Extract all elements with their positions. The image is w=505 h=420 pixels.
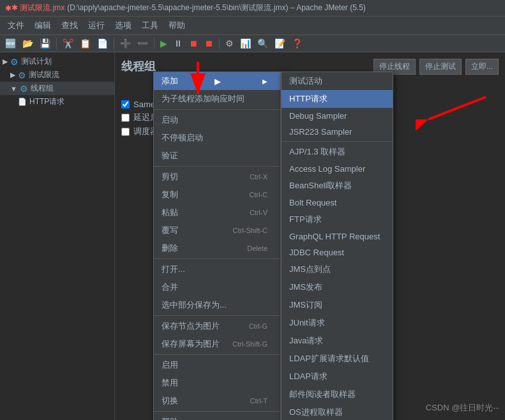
menu-options[interactable]: 选项 bbox=[110, 18, 137, 33]
toolbar-remove[interactable]: ➖ bbox=[135, 37, 151, 50]
toolbar-open[interactable]: 📂 bbox=[20, 37, 36, 50]
right-panel: 线程组 停止线程 停止测试 立即... Same user 延迟启动... 调度… bbox=[115, 52, 505, 420]
toolbar-sep4 bbox=[219, 38, 220, 49]
toolbar-paste[interactable]: 📄 bbox=[94, 37, 110, 50]
tree-label-test-plan: 测试计划 bbox=[21, 56, 52, 67]
menu-disable[interactable]: 禁用 bbox=[154, 374, 280, 392]
gear-icon: ⚙ bbox=[10, 57, 19, 67]
menu-sampler-jdbc[interactable]: JDBC Request bbox=[282, 244, 393, 260]
toolbar-add[interactable]: ➕ bbox=[117, 37, 133, 50]
menu-file[interactable]: 文件 bbox=[3, 18, 29, 33]
delete-shortcut: Delete bbox=[247, 244, 268, 252]
tree-item-thread-group[interactable]: ▼ ⚙ 线程组 bbox=[0, 82, 114, 95]
menu-sampler-jms-sub[interactable]: JMS订阅 bbox=[282, 296, 393, 314]
menu-toggle[interactable]: 切换 Ctrl-T bbox=[154, 392, 280, 410]
toolbar-sep3 bbox=[154, 38, 155, 49]
tree-item-test-plan[interactable]: ▶ ⚙ 测试计划 bbox=[0, 55, 114, 68]
title-path: (D:\apply\apache-jmeter-5.5\apache-jmete… bbox=[67, 3, 366, 13]
menu-delete[interactable]: 删除 Delete bbox=[154, 239, 280, 257]
menu-find[interactable]: 查找 bbox=[56, 18, 83, 33]
title-icon: ✱ bbox=[5, 4, 11, 13]
sep2 bbox=[154, 166, 280, 167]
watermark: CSDN @往日时光-- bbox=[426, 402, 499, 414]
menu-copy[interactable]: 复制 Ctrl-C bbox=[154, 186, 280, 204]
main-area: ▶ ⚙ 测试计划 ▶ ⚙ 测试限流 ▼ ⚙ 线程组 📄 HTTP请求 线程组 停… bbox=[0, 52, 505, 420]
tree-item-http[interactable]: 📄 HTTP请求 bbox=[0, 95, 114, 109]
menu-paste[interactable]: 粘贴 Ctrl-V bbox=[154, 204, 280, 221]
menu-sampler-test-action[interactable]: 测试活动 bbox=[282, 72, 393, 90]
menu-save-node-img[interactable]: 保存节点为图片 Ctrl-G bbox=[154, 317, 280, 335]
toolbar-stop[interactable]: ⏹ bbox=[186, 37, 200, 50]
menu-save-selected[interactable]: 选中部分保存为... bbox=[154, 296, 280, 314]
overwrite-shortcut: Ctrl-Shift-C bbox=[233, 227, 268, 234]
menu-save-screen-img[interactable]: 保存屏幕为图片 Ctrl-Shift-G bbox=[154, 335, 280, 353]
toggle-shortcut: Ctrl-T bbox=[250, 397, 268, 405]
stop-test-btn[interactable]: 停止测试 bbox=[419, 59, 462, 75]
menu-sampler-os[interactable]: OS进程取样器 bbox=[282, 403, 393, 420]
menu-open[interactable]: 打开... bbox=[154, 260, 280, 278]
toolbar-settings[interactable]: ⚙ bbox=[223, 37, 236, 50]
toolbar-sep2 bbox=[114, 38, 114, 49]
scheduler-check[interactable] bbox=[121, 128, 130, 136]
gear-icon2: ⚙ bbox=[18, 70, 26, 80]
same-user-check[interactable] bbox=[121, 100, 130, 109]
toolbar: 🆕 📂 💾 ✂️ 📋 📄 ➕ ➖ ▶ ⏸ ⏹ ⏹ ⚙ 📊 🔍 📝 ❓ bbox=[0, 35, 505, 52]
menu-add[interactable]: 添加 ▶ bbox=[154, 72, 280, 90]
menu-help[interactable]: 帮助 bbox=[154, 413, 280, 420]
menu-merge[interactable]: 合并 bbox=[154, 278, 280, 296]
sep-lvl2-1 bbox=[282, 141, 393, 142]
toolbar-help[interactable]: ❓ bbox=[289, 37, 305, 50]
toolbar-new[interactable]: 🆕 bbox=[3, 37, 19, 50]
menu-sampler-jsr223[interactable]: JSR223 Sampler bbox=[282, 124, 393, 140]
menu-sampler-beanshell[interactable]: BeanShell取样器 bbox=[282, 177, 393, 195]
menu-start[interactable]: 启动 bbox=[154, 111, 280, 129]
menu-sampler-java[interactable]: Java请求 bbox=[282, 332, 393, 350]
gear-icon3: ⚙ bbox=[20, 84, 28, 94]
toolbar-chart[interactable]: 📊 bbox=[237, 37, 253, 50]
save-node-shortcut: Ctrl-G bbox=[249, 322, 268, 330]
toolbar-pause[interactable]: ⏸ bbox=[171, 37, 185, 50]
sep1 bbox=[154, 109, 280, 110]
tree-label-thread-group: 线程组 bbox=[31, 83, 54, 94]
menu-sampler-ldap-ext[interactable]: LDAP扩展请求默认值 bbox=[282, 350, 393, 368]
menu-tools[interactable]: 工具 bbox=[137, 18, 163, 33]
menu-sampler-bolt[interactable]: Bolt Request bbox=[282, 195, 393, 211]
menu-help[interactable]: 帮助 bbox=[163, 18, 190, 33]
menu-sampler-jms-pub[interactable]: JMS发布 bbox=[282, 278, 393, 296]
menu-start-nopause[interactable]: 不停顿启动 bbox=[154, 129, 280, 147]
menu-sampler-ftp[interactable]: FTP请求 bbox=[282, 211, 393, 229]
stop-immediate-btn[interactable]: 立即... bbox=[465, 59, 499, 75]
menu-bar: 文件 编辑 查找 运行 选项 工具 帮助 bbox=[0, 17, 505, 35]
menu-cut[interactable]: 剪切 Ctrl-X bbox=[154, 168, 280, 186]
left-panel: ▶ ⚙ 测试计划 ▶ ⚙ 测试限流 ▼ ⚙ 线程组 📄 HTTP请求 bbox=[0, 52, 115, 420]
menu-sampler-jms-p2p[interactable]: JMS点到点 bbox=[282, 260, 393, 278]
toolbar-cut[interactable]: ✂️ bbox=[60, 37, 76, 50]
toolbar-copy[interactable]: 📋 bbox=[77, 37, 93, 50]
menu-edit[interactable]: 编辑 bbox=[29, 18, 56, 33]
menu-sampler-debug[interactable]: Debug Sampler bbox=[282, 108, 393, 124]
menu-add-timer[interactable]: 为子线程添加响应时间 bbox=[154, 90, 280, 108]
toolbar-save[interactable]: 💾 bbox=[37, 37, 53, 50]
menu-sampler-junit[interactable]: JUnit请求 bbox=[282, 314, 393, 332]
menu-overwrite[interactable]: 覆写 Ctrl-Shift-C bbox=[154, 221, 280, 239]
menu-validate[interactable]: 验证 bbox=[154, 147, 280, 165]
toolbar-log[interactable]: 📝 bbox=[272, 37, 288, 50]
toolbar-run[interactable]: ▶ bbox=[158, 37, 170, 50]
toolbar-search[interactable]: 🔍 bbox=[255, 37, 271, 50]
menu-sampler-http[interactable]: HTTP请求 bbox=[282, 90, 393, 108]
sep3 bbox=[154, 259, 280, 259]
menu-sampler-accesslog[interactable]: Access Log Sampler bbox=[282, 161, 393, 177]
menu-sampler-graphql[interactable]: GraphQL HTTP Request bbox=[282, 229, 393, 244]
tree-label-flow-limit: 测试限流 bbox=[29, 70, 59, 80]
submenu-arrow-icon: ▶ bbox=[215, 77, 221, 86]
tree-item-flow-limit[interactable]: ▶ ⚙ 测试限流 bbox=[0, 68, 114, 82]
menu-sampler-mail[interactable]: 邮件阅读者取样器 bbox=[282, 386, 393, 403]
menu-enable[interactable]: 启用 bbox=[154, 356, 280, 374]
menu-run[interactable]: 运行 bbox=[83, 18, 110, 33]
delay-start-check[interactable] bbox=[121, 114, 130, 122]
tree-label-http: HTTP请求 bbox=[29, 96, 64, 107]
menu-sampler-ldap[interactable]: LDAP请求 bbox=[282, 368, 393, 386]
toolbar-stop2[interactable]: ⏹ bbox=[202, 37, 216, 50]
tree-expand-icon3: ▼ bbox=[10, 85, 17, 93]
menu-sampler-ajp[interactable]: AJP/1.3 取样器 bbox=[282, 143, 393, 161]
